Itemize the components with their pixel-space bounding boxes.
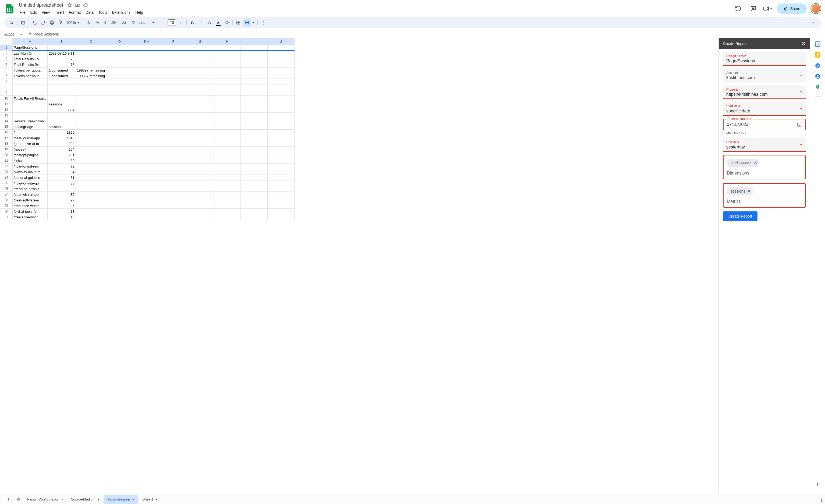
row-header[interactable]: 23 xyxy=(0,169,13,175)
borders-icon[interactable] xyxy=(234,18,242,27)
cell[interactable] xyxy=(214,56,240,62)
comment-icon[interactable] xyxy=(748,3,759,14)
cell[interactable] xyxy=(13,79,48,84)
move-icon[interactable] xyxy=(75,3,80,8)
cell[interactable]: 2023-08-16 9:11 xyxy=(48,51,76,56)
redo-icon[interactable] xyxy=(39,18,47,27)
cell[interactable] xyxy=(214,169,240,175)
cell[interactable] xyxy=(106,186,133,192)
cell[interactable] xyxy=(187,152,214,158)
cell[interactable] xyxy=(268,158,294,164)
cell[interactable]: /best-software-a xyxy=(13,197,48,203)
cell[interactable] xyxy=(187,180,214,186)
menu-insert[interactable]: Insert xyxy=(53,9,66,16)
cell[interactable] xyxy=(187,113,214,118)
cell[interactable] xyxy=(268,152,294,158)
menu-data[interactable]: Data xyxy=(83,9,96,16)
col-header[interactable]: G xyxy=(187,38,214,45)
cell[interactable] xyxy=(160,90,187,96)
undo-icon[interactable] xyxy=(31,18,39,27)
cell[interactable] xyxy=(133,68,160,73)
cell[interactable] xyxy=(187,79,214,84)
menu-file[interactable]: File xyxy=(17,9,28,16)
cell[interactable] xyxy=(76,107,106,113)
cell[interactable] xyxy=(214,62,240,68)
cell[interactable] xyxy=(133,45,160,51)
calendar-icon[interactable] xyxy=(19,18,27,27)
cell[interactable] xyxy=(187,96,214,101)
cell[interactable] xyxy=(268,214,294,220)
row-header[interactable]: 19 xyxy=(0,147,13,152)
cell[interactable] xyxy=(268,118,294,124)
cell[interactable] xyxy=(76,84,106,90)
user-avatar[interactable] xyxy=(811,4,821,13)
cell[interactable] xyxy=(187,107,214,113)
row-header[interactable]: 15 xyxy=(0,124,13,130)
cell[interactable] xyxy=(76,158,106,164)
cell[interactable]: 51 xyxy=(48,175,76,180)
cell[interactable] xyxy=(240,101,268,107)
cell[interactable]: 264 xyxy=(48,147,76,152)
cell[interactable]: sessions xyxy=(48,101,76,107)
formula-input[interactable]: Page/Sessions xyxy=(33,32,823,36)
cell[interactable] xyxy=(133,107,160,113)
cell[interactable] xyxy=(268,164,294,169)
history-icon[interactable] xyxy=(733,3,744,14)
cell[interactable] xyxy=(160,73,187,79)
cell[interactable] xyxy=(160,135,187,141)
cell[interactable] xyxy=(214,147,240,152)
row-header[interactable]: 27 xyxy=(0,192,13,197)
cell[interactable] xyxy=(268,192,294,197)
cell[interactable] xyxy=(13,107,48,113)
row-header[interactable]: 2 xyxy=(0,51,13,56)
cell[interactable] xyxy=(240,62,268,68)
cell[interactable] xyxy=(76,152,106,158)
cell[interactable] xyxy=(268,180,294,186)
font-size-decrease[interactable]: − xyxy=(159,18,167,27)
cell[interactable] xyxy=(240,107,268,113)
row-header[interactable]: 16 xyxy=(0,130,13,135)
close-icon[interactable]: ✕ xyxy=(802,40,806,47)
cell[interactable] xyxy=(268,51,294,56)
cell[interactable] xyxy=(214,107,240,113)
cell[interactable] xyxy=(106,73,133,79)
cell[interactable] xyxy=(187,130,214,135)
cell[interactable]: Results Breakdown xyxy=(13,118,48,124)
cell[interactable]: sessions xyxy=(48,124,76,130)
cell[interactable] xyxy=(187,90,214,96)
col-header[interactable]: J xyxy=(268,38,294,45)
print-icon[interactable] xyxy=(48,18,56,27)
cell[interactable] xyxy=(240,56,268,62)
row-header[interactable]: 20 xyxy=(0,152,13,158)
cell[interactable]: Tokens per hour xyxy=(13,73,48,79)
cell[interactable] xyxy=(187,209,214,214)
row-header[interactable]: 4 xyxy=(0,62,13,68)
menu-format[interactable]: Format xyxy=(67,9,83,16)
col-header[interactable]: A xyxy=(13,38,48,45)
cell[interactable] xyxy=(106,152,133,158)
cell[interactable] xyxy=(187,62,214,68)
cell[interactable] xyxy=(133,51,160,56)
row-header[interactable]: 28 xyxy=(0,197,13,203)
cell[interactable] xyxy=(240,96,268,101)
cell[interactable] xyxy=(187,164,214,169)
cell[interactable] xyxy=(214,164,240,169)
doc-title[interactable]: Untitled spreadsheet xyxy=(17,2,65,9)
cell[interactable]: 3804 xyxy=(48,107,76,113)
add-addon-icon[interactable]: + xyxy=(816,481,819,488)
cell[interactable] xyxy=(76,118,106,124)
cell[interactable] xyxy=(48,84,76,90)
cell[interactable] xyxy=(106,107,133,113)
cell[interactable] xyxy=(240,214,268,220)
cell[interactable] xyxy=(160,147,187,152)
cell[interactable] xyxy=(240,90,268,96)
cell[interactable] xyxy=(187,175,214,180)
cell[interactable] xyxy=(133,56,160,62)
cell[interactable] xyxy=(187,158,214,164)
cell[interactable] xyxy=(268,73,294,79)
cell[interactable] xyxy=(214,124,240,130)
cell[interactable] xyxy=(214,197,240,203)
cell[interactable] xyxy=(240,118,268,124)
cell[interactable] xyxy=(133,180,160,186)
cell[interactable]: 251 xyxy=(48,152,76,158)
